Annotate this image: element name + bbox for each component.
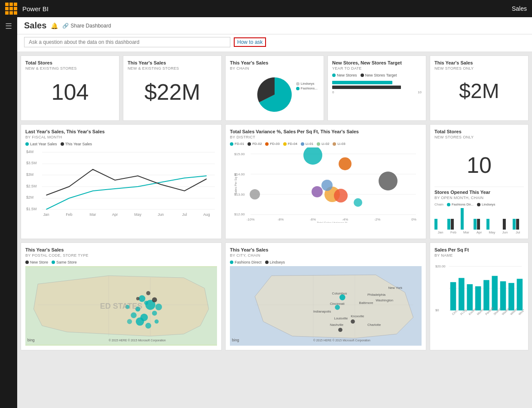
- card-subtitle: BY CITY, CHAIN: [230, 253, 422, 258]
- svg-text:Washington: Washington: [376, 298, 393, 302]
- hamburger-icon[interactable]: ☰: [5, 21, 12, 31]
- scatter-chart-svg: $15.00 $14.00 $13.00 $12.00 Sales Per Sq…: [230, 147, 422, 223]
- svg-point-58: [156, 304, 162, 310]
- card-title: Sales Per Sq Ft: [434, 247, 524, 252]
- card-title: Total Stores: [25, 60, 115, 65]
- bell-icon: 🔔: [51, 22, 58, 29]
- this-year-ne-value: $22M: [128, 79, 217, 105]
- svg-text:Mar: Mar: [90, 212, 96, 217]
- card-last-this-year-line[interactable]: Last Year's Sales, This Year's Sales BY …: [21, 124, 222, 239]
- pie-legend: Lindseys Fashions...: [296, 82, 318, 90]
- share-dashboard-button[interactable]: 🔗 Share Dashboard: [62, 23, 111, 29]
- svg-rect-95: [459, 278, 465, 310]
- svg-text:$2.5M: $2.5M: [26, 184, 37, 188]
- svg-text:Philadelphia: Philadelphia: [367, 293, 386, 297]
- svg-point-41: [312, 186, 323, 197]
- svg-text:Charlotte: Charlotte: [367, 323, 381, 327]
- sqft-chart-svg: $20.00 $0 Cinc.: [434, 260, 524, 335]
- svg-text:$20.00: $20.00: [435, 264, 446, 268]
- card-title: This Year's Sales: [25, 247, 217, 252]
- horiz-bars-new-stores: 010: [332, 81, 422, 94]
- svg-point-54: [131, 313, 137, 319]
- svg-text:Aug: Aug: [203, 212, 210, 217]
- svg-text:$12.00: $12.00: [234, 212, 245, 216]
- svg-point-50: [139, 295, 146, 302]
- svg-point-84: [335, 305, 340, 310]
- card-this-year-chain[interactable]: This Year's Sales BY CHAIN Lindseys Fash…: [225, 55, 324, 121]
- stores-opened-section: Stores Opened This Year BY OPEN MONTH, C…: [434, 187, 524, 234]
- card-subtitle: YEAR TO DATE: [332, 66, 422, 71]
- svg-rect-102: [517, 279, 523, 310]
- card-sales-per-sqft[interactable]: Sales Per Sq Ft BY NAME $20.00 $0: [430, 242, 529, 350]
- svg-text:Columbus: Columbus: [332, 291, 347, 295]
- svg-text:Jul: Jul: [182, 212, 187, 217]
- card-title: Total Stores: [434, 129, 524, 134]
- share-icon: 🔗: [62, 23, 69, 29]
- top-navigation: Power BI Sales: [0, 0, 532, 17]
- card-subtitle: BY CHAIN: [230, 66, 319, 71]
- svg-text:-2%: -2%: [374, 218, 380, 221]
- svg-text:$2M: $2M: [26, 195, 34, 199]
- qa-input[interactable]: [24, 37, 230, 47]
- svg-point-44: [321, 180, 333, 191]
- card-new-stores-target[interactable]: New Stores, New Stores Target YEAR TO DA…: [327, 55, 426, 121]
- card-subtitle: BY POSTAL CODE, STORE TYPE: [25, 253, 217, 258]
- svg-point-43: [334, 189, 348, 202]
- card-total-stores-new[interactable]: Total Stores NEW STORES ONLY 10 Stores O…: [430, 124, 529, 239]
- svg-text:Sales Per Sq Ft: Sales Per Sq Ft: [234, 173, 238, 194]
- stores-opened-legend: Chain Fashions Dir... Lindseys: [434, 202, 524, 206]
- card-title: This Year's Sales: [230, 247, 422, 252]
- svg-text:Total Sales Variance %: Total Sales Variance %: [317, 221, 347, 223]
- svg-point-57: [125, 305, 130, 309]
- svg-point-52: [135, 307, 141, 312]
- main-content: Sales 🔔 🔗 Share Dashboard How to ask Tot…: [17, 17, 532, 408]
- card-total-stores[interactable]: Total Stores NEW & EXISTING STORES 104: [21, 55, 119, 121]
- pie-chart-chain: Lindseys Fashions...: [230, 73, 319, 116]
- svg-point-60: [145, 323, 151, 329]
- svg-point-56: [152, 311, 157, 316]
- page-title: Sales: [24, 21, 46, 31]
- scatter-legend: FD-01 FD-02 FD-03 FD-04 LI-01 LI-02 LI-0…: [230, 142, 422, 146]
- svg-text:Feb: Feb: [66, 212, 72, 217]
- svg-text:New York: New York: [388, 286, 402, 290]
- svg-text:$3.5M: $3.5M: [26, 161, 37, 165]
- total-stores-new-value: 10: [434, 152, 524, 178]
- svg-point-63: [152, 298, 157, 303]
- postal-legend: New Store Same Store: [25, 260, 217, 264]
- how-to-ask-link[interactable]: How to ask: [234, 37, 266, 47]
- card-sales-variance-scatter[interactable]: Total Sales Variance %, Sales Per Sq Ft,…: [225, 124, 426, 239]
- line-chart-svg: $4M $3.5M $3M $2.5M $2M $1.5M: [25, 148, 217, 217]
- svg-text:Baltimore: Baltimore: [359, 301, 373, 305]
- line-legend: Last Year Sales This Year Sales: [25, 142, 217, 146]
- page-header: Sales 🔔 🔗 Share Dashboard: [17, 17, 532, 34]
- svg-point-65: [136, 297, 140, 301]
- sidebar: ☰: [0, 17, 17, 408]
- svg-text:© 2015 HERE  © 2015 Microsoft : © 2015 HERE © 2015 Microsoft Corporation: [313, 339, 370, 342]
- svg-text:$3M: $3M: [26, 172, 34, 177]
- svg-text:May: May: [135, 212, 142, 217]
- svg-point-59: [136, 317, 144, 325]
- card-subtitle: BY FISCAL MONTH: [25, 135, 217, 139]
- svg-point-53: [144, 301, 148, 305]
- card-title: Total Sales Variance %, Sales Per Sq Ft,…: [230, 129, 422, 134]
- svg-point-40: [250, 189, 260, 199]
- svg-rect-98: [483, 280, 489, 310]
- card-this-year-sales-ne[interactable]: This Year's Sales NEW & EXISTING STORES …: [123, 55, 222, 121]
- svg-text:Apr: Apr: [112, 212, 118, 217]
- card-this-year-postal[interactable]: This Year's Sales BY POSTAL CODE, STORE …: [21, 242, 222, 350]
- stores-opened-subtitle: BY OPEN MONTH, CHAIN: [434, 196, 524, 200]
- card-subtitle: BY NAME: [434, 253, 524, 258]
- svg-rect-99: [492, 276, 498, 310]
- card-this-year-city[interactable]: This Year's Sales BY CITY, CHAIN Fashion…: [225, 242, 426, 350]
- svg-rect-94: [450, 282, 456, 310]
- svg-point-86: [338, 328, 342, 332]
- svg-text:Nashville: Nashville: [330, 323, 343, 327]
- city-map: Columbus Philadelphia New York Cincinnat…: [230, 266, 422, 346]
- card-this-year-new[interactable]: This Year's Sales NEW STORES ONLY $2M: [430, 55, 529, 121]
- svg-point-83: [339, 294, 345, 301]
- new-stores-legend: New Stores New Stores Target: [332, 73, 422, 77]
- svg-text:-10%: -10%: [247, 218, 255, 221]
- svg-point-61: [127, 319, 132, 324]
- svg-text:-6%: -6%: [310, 218, 316, 221]
- app-grid-icon[interactable]: [5, 3, 17, 15]
